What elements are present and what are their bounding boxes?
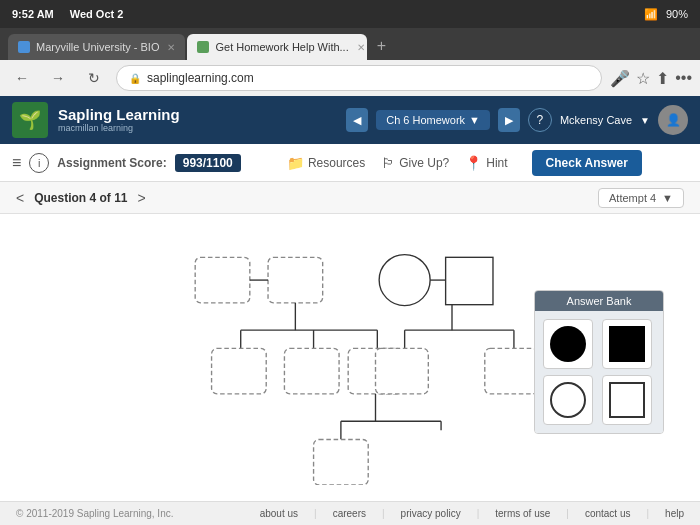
give-up-label: Give Up? xyxy=(399,156,449,170)
filled-square-shape xyxy=(609,326,645,362)
tab-sapling[interactable]: Get Homework Help With... ✕ xyxy=(187,34,367,60)
answer-bank-header: Answer Bank xyxy=(535,291,663,311)
check-answer-label: Check Answer xyxy=(546,156,628,170)
give-up-button[interactable]: 🏳 Give Up? xyxy=(381,155,449,171)
new-tab-button[interactable]: + xyxy=(369,34,393,58)
forward-button[interactable]: → xyxy=(44,64,72,92)
footer: © 2011-2019 Sapling Learning, Inc. about… xyxy=(0,501,700,525)
more-icon[interactable]: ••• xyxy=(675,69,692,88)
check-answer-button[interactable]: Check Answer xyxy=(532,150,642,176)
address-field[interactable]: 🔒 saplinglearning.com xyxy=(116,65,602,91)
question-nav: < Question 4 of 11 > Attempt 4 ▼ xyxy=(0,182,700,214)
footer-link-careers[interactable]: careers xyxy=(333,508,366,519)
empty-circle-shape xyxy=(550,382,586,418)
tab-favicon-sapling xyxy=(197,41,209,53)
svg-rect-17 xyxy=(376,348,429,394)
info-label: i xyxy=(38,157,40,169)
answer-filled-square[interactable] xyxy=(602,319,652,369)
footer-link-terms[interactable]: terms of use xyxy=(495,508,550,519)
bookmark-icon[interactable]: ☆ xyxy=(636,69,650,88)
lock-icon: 🔒 xyxy=(129,73,141,84)
svg-rect-4 xyxy=(446,257,493,304)
next-question-button[interactable]: > xyxy=(138,190,146,206)
battery-icon: 90% xyxy=(666,8,688,20)
homework-button[interactable]: Ch 6 Homework ▼ xyxy=(376,110,490,130)
tab-label-sapling: Get Homework Help With... xyxy=(215,41,348,53)
tab-favicon-maryville xyxy=(18,41,30,53)
wifi-icon: 📶 xyxy=(644,8,658,21)
browser-chrome: 9:52 AM Wed Oct 2 📶 90% xyxy=(0,0,700,28)
footer-link-about[interactable]: about us xyxy=(260,508,298,519)
footer-link-privacy[interactable]: privacy policy xyxy=(401,508,461,519)
folder-icon: 📁 xyxy=(287,155,304,171)
answer-empty-circle[interactable] xyxy=(543,375,593,425)
user-dropdown-icon: ▼ xyxy=(640,115,650,126)
svg-point-3 xyxy=(379,255,430,306)
svg-rect-19 xyxy=(485,348,538,394)
share-icon[interactable]: ⬆ xyxy=(656,69,669,88)
sapling-logo-icon: 🌱 xyxy=(19,109,41,131)
question-label: Question 4 of 11 xyxy=(34,191,127,205)
answer-bank: Answer Bank xyxy=(534,290,664,434)
toolbar: ≡ i Assignment Score: 993/1100 📁 Resourc… xyxy=(0,144,700,182)
pedigree-area: Answer Bank xyxy=(16,230,684,485)
svg-rect-13 xyxy=(284,348,339,394)
address-bar: ← → ↻ 🔒 saplinglearning.com 🎤 ☆ ⬆ ••• xyxy=(0,60,700,96)
answer-bank-grid xyxy=(535,311,663,433)
hint-button[interactable]: 📍 Hint xyxy=(465,155,507,171)
homework-dropdown-icon: ▼ xyxy=(469,114,480,126)
footer-link-contact[interactable]: contact us xyxy=(585,508,631,519)
next-homework-button[interactable]: ▶ xyxy=(498,108,520,132)
filled-circle-shape xyxy=(550,326,586,362)
attempt-label: Attempt 4 xyxy=(609,192,656,204)
address-text: saplinglearning.com xyxy=(147,71,589,85)
resources-label: Resources xyxy=(308,156,365,170)
svg-rect-23 xyxy=(314,439,369,485)
toolbar-left: ≡ i Assignment Score: 993/1100 xyxy=(12,153,241,173)
info-icon[interactable]: i xyxy=(29,153,49,173)
prev-question-button[interactable]: < xyxy=(16,190,24,206)
give-up-icon: 🏳 xyxy=(381,155,395,171)
sapling-brand: Sapling Learning macmillan learning xyxy=(58,107,180,134)
footer-copyright: © 2011-2019 Sapling Learning, Inc. xyxy=(16,508,244,519)
homework-label: Ch 6 Homework xyxy=(386,114,465,126)
tab-label-maryville: Maryville University - BIO xyxy=(36,41,159,53)
svg-rect-11 xyxy=(212,348,267,394)
sapling-nav: ◀ Ch 6 Homework ▼ ▶ ? Mckensy Cave ▼ 👤 xyxy=(346,105,688,135)
attempt-button[interactable]: Attempt 4 ▼ xyxy=(598,188,684,208)
answer-filled-circle[interactable] xyxy=(543,319,593,369)
answer-empty-square[interactable] xyxy=(602,375,652,425)
user-avatar[interactable]: 👤 xyxy=(658,105,688,135)
footer-link-help[interactable]: help xyxy=(665,508,684,519)
tab-close-maryville[interactable]: ✕ xyxy=(167,42,175,53)
mic-icon[interactable]: 🎤 xyxy=(610,69,630,88)
hamburger-menu-icon[interactable]: ≡ xyxy=(12,154,21,172)
footer-links: about us | careers | privacy policy | te… xyxy=(260,508,684,519)
back-button[interactable]: ← xyxy=(8,64,36,92)
svg-rect-1 xyxy=(268,257,323,303)
hint-icon: 📍 xyxy=(465,155,482,171)
tabs-bar: Maryville University - BIO ✕ Get Homewor… xyxy=(0,28,700,60)
svg-rect-0 xyxy=(195,257,250,303)
prev-homework-button[interactable]: ◀ xyxy=(346,108,368,132)
sapling-header: 🌱 Sapling Learning macmillan learning ◀ … xyxy=(0,96,700,144)
help-button[interactable]: ? xyxy=(528,108,552,132)
sapling-brand-name: Sapling Learning xyxy=(58,107,180,124)
browser-date: Wed Oct 2 xyxy=(70,8,124,20)
browser-time: 9:52 AM xyxy=(12,8,54,20)
user-name: Mckensy Cave xyxy=(560,114,632,126)
empty-square-shape xyxy=(609,382,645,418)
sapling-logo: 🌱 xyxy=(12,102,48,138)
browser-actions: 🎤 ☆ ⬆ ••• xyxy=(610,69,692,88)
tab-maryville[interactable]: Maryville University - BIO ✕ xyxy=(8,34,185,60)
reload-button[interactable]: ↻ xyxy=(80,64,108,92)
attempt-dropdown-icon: ▼ xyxy=(662,192,673,204)
main-content: Answer Bank xyxy=(0,214,700,501)
browser-status-icons: 📶 90% xyxy=(644,8,688,21)
toolbar-center: 📁 Resources 🏳 Give Up? 📍 Hint Check Answ… xyxy=(241,150,688,176)
resources-button[interactable]: 📁 Resources xyxy=(287,155,365,171)
assignment-score-label: Assignment Score: xyxy=(57,156,166,170)
avatar-icon: 👤 xyxy=(666,113,681,127)
tab-close-sapling[interactable]: ✕ xyxy=(357,42,365,53)
assignment-score-value: 993/1100 xyxy=(175,154,241,172)
